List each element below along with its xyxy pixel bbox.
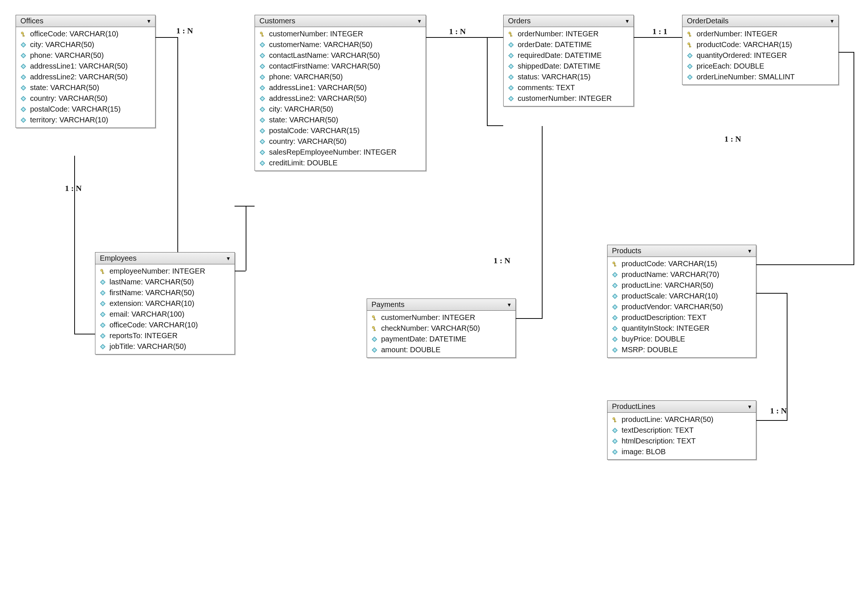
column-text: firstName: VARCHAR(50) — [109, 288, 194, 297]
column-text: phone: VARCHAR(50) — [269, 73, 343, 81]
column-row[interactable]: productName: VARCHAR(70) — [608, 269, 756, 280]
dropdown-icon[interactable]: ▼ — [417, 18, 422, 24]
column-row[interactable]: addressLine1: VARCHAR(50) — [255, 82, 426, 93]
column-row[interactable]: productScale: VARCHAR(10) — [608, 291, 756, 301]
column-icon — [611, 427, 619, 434]
dropdown-icon[interactable]: ▼ — [747, 404, 752, 410]
column-row[interactable]: phone: VARCHAR(50) — [16, 50, 155, 61]
column-row[interactable]: amount: DOUBLE — [367, 344, 515, 355]
column-row[interactable]: checkNumber: VARCHAR(50) — [367, 323, 515, 334]
column-row[interactable]: quantityOrdered: INTEGER — [683, 50, 838, 61]
column-row[interactable]: lastName: VARCHAR(50) — [95, 277, 235, 287]
column-row[interactable]: addressLine1: VARCHAR(50) — [16, 61, 155, 71]
column-row[interactable]: reportsTo: INTEGER — [95, 330, 235, 341]
entity-products[interactable]: Products▼productCode: VARCHAR(15)product… — [607, 245, 756, 358]
entity-payments[interactable]: Payments▼customerNumber: INTEGERcheckNum… — [367, 298, 516, 358]
dropdown-icon[interactable]: ▼ — [829, 18, 835, 24]
column-row[interactable]: productCode: VARCHAR(15) — [683, 39, 838, 50]
entity-header[interactable]: OrderDetails▼ — [683, 15, 838, 27]
column-row[interactable]: officeCode: VARCHAR(10) — [95, 319, 235, 330]
column-row[interactable]: contactFirstName: VARCHAR(50) — [255, 61, 426, 71]
column-row[interactable]: extension: VARCHAR(10) — [95, 298, 235, 309]
column-row[interactable]: city: VARCHAR(50) — [255, 104, 426, 115]
dropdown-icon[interactable]: ▼ — [146, 18, 151, 24]
dropdown-icon[interactable]: ▼ — [507, 302, 512, 308]
column-row[interactable]: city: VARCHAR(50) — [16, 39, 155, 50]
entity-productlines[interactable]: ProductLines▼productLine: VARCHAR(50)tex… — [607, 400, 756, 460]
column-row[interactable]: country: VARCHAR(50) — [255, 136, 426, 147]
entity-header[interactable]: ProductLines▼ — [608, 401, 756, 412]
column-row[interactable]: country: VARCHAR(50) — [16, 93, 155, 104]
column-row[interactable]: quantityInStock: INTEGER — [608, 323, 756, 334]
column-row[interactable]: orderDate: DATETIME — [504, 39, 633, 50]
column-row[interactable]: image: BLOB — [608, 447, 756, 457]
column-row[interactable]: shippedDate: DATETIME — [504, 61, 633, 71]
column-list: officeCode: VARCHAR(10)city: VARCHAR(50)… — [16, 27, 155, 127]
column-row[interactable]: MSRP: DOUBLE — [608, 344, 756, 355]
column-row[interactable]: paymentDate: DATETIME — [367, 334, 515, 344]
entity-employees[interactable]: Employees▼employeeNumber: INTEGERlastNam… — [95, 252, 235, 355]
column-row[interactable]: phone: VARCHAR(50) — [255, 71, 426, 82]
entity-orders[interactable]: Orders▼orderNumber: INTEGERorderDate: DA… — [503, 15, 634, 106]
column-row[interactable]: jobTitle: VARCHAR(50) — [95, 341, 235, 352]
column-row[interactable]: postalCode: VARCHAR(15) — [16, 104, 155, 115]
column-row[interactable]: customerName: VARCHAR(50) — [255, 39, 426, 50]
column-row[interactable]: orderLineNumber: SMALLINT — [683, 71, 838, 82]
column-text: orderDate: DATETIME — [518, 40, 592, 49]
column-text: jobTitle: VARCHAR(50) — [109, 342, 186, 351]
column-row[interactable]: productLine: VARCHAR(50) — [608, 280, 756, 291]
column-row[interactable]: officeCode: VARCHAR(10) — [16, 29, 155, 39]
entity-header[interactable]: Employees▼ — [95, 253, 235, 264]
column-text: creditLimit: DOUBLE — [269, 159, 338, 167]
entity-header[interactable]: Products▼ — [608, 245, 756, 257]
column-row[interactable]: priceEach: DOUBLE — [683, 61, 838, 71]
dropdown-icon[interactable]: ▼ — [747, 248, 752, 254]
column-row[interactable]: customerNumber: INTEGER — [367, 312, 515, 323]
column-icon — [99, 321, 106, 329]
column-row[interactable]: htmlDescription: TEXT — [608, 436, 756, 447]
entity-customers[interactable]: Customers▼customerNumber: INTEGERcustome… — [255, 15, 426, 171]
entity-header[interactable]: Orders▼ — [504, 15, 633, 27]
entity-offices[interactable]: Offices▼officeCode: VARCHAR(10)city: VAR… — [16, 15, 156, 128]
entity-header[interactable]: Payments▼ — [367, 299, 515, 311]
column-row[interactable]: customerNumber: INTEGER — [255, 29, 426, 39]
column-text: productName: VARCHAR(70) — [622, 270, 719, 279]
column-row[interactable]: productLine: VARCHAR(50) — [608, 414, 756, 425]
column-row[interactable]: customerNumber: INTEGER — [504, 93, 633, 104]
primary-key-icon — [507, 30, 515, 38]
dropdown-icon[interactable]: ▼ — [625, 18, 630, 24]
connector — [516, 318, 543, 319]
column-row[interactable]: comments: TEXT — [504, 82, 633, 93]
connector — [756, 420, 787, 421]
column-icon — [507, 63, 515, 70]
column-row[interactable]: state: VARCHAR(50) — [16, 82, 155, 93]
column-row[interactable]: salesRepEmployeeNumber: INTEGER — [255, 147, 426, 158]
column-row[interactable]: addressLine2: VARCHAR(50) — [16, 71, 155, 82]
column-row[interactable]: contactLastName: VARCHAR(50) — [255, 50, 426, 61]
column-row[interactable]: productCode: VARCHAR(15) — [608, 259, 756, 269]
column-row[interactable]: email: VARCHAR(100) — [95, 309, 235, 319]
column-row[interactable]: productVendor: VARCHAR(50) — [608, 301, 756, 312]
entity-header[interactable]: Offices▼ — [16, 15, 155, 27]
column-row[interactable]: territory: VARCHAR(10) — [16, 115, 155, 125]
column-row[interactable]: orderNumber: INTEGER — [683, 29, 838, 39]
column-row[interactable]: addressLine2: VARCHAR(50) — [255, 93, 426, 104]
column-text: country: VARCHAR(50) — [30, 94, 107, 103]
column-row[interactable]: buyPrice: DOUBLE — [608, 334, 756, 344]
column-row[interactable]: postalCode: VARCHAR(15) — [255, 125, 426, 136]
column-row[interactable]: employeeNumber: INTEGER — [95, 266, 235, 277]
column-text: shippedDate: DATETIME — [518, 62, 600, 70]
dropdown-icon[interactable]: ▼ — [226, 256, 231, 261]
column-row[interactable]: textDescription: TEXT — [608, 425, 756, 436]
column-row[interactable]: firstName: VARCHAR(50) — [95, 287, 235, 298]
column-row[interactable]: state: VARCHAR(50) — [255, 115, 426, 125]
column-icon — [20, 52, 27, 59]
column-row[interactable]: status: VARCHAR(15) — [504, 71, 633, 82]
column-row[interactable]: orderNumber: INTEGER — [504, 29, 633, 39]
column-row[interactable]: productDescription: TEXT — [608, 312, 756, 323]
column-row[interactable]: creditLimit: DOUBLE — [255, 158, 426, 168]
column-icon — [259, 127, 266, 135]
column-row[interactable]: requiredDate: DATETIME — [504, 50, 633, 61]
entity-orderdetails[interactable]: OrderDetails▼orderNumber: INTEGERproduct… — [682, 15, 839, 85]
entity-header[interactable]: Customers▼ — [255, 15, 426, 27]
